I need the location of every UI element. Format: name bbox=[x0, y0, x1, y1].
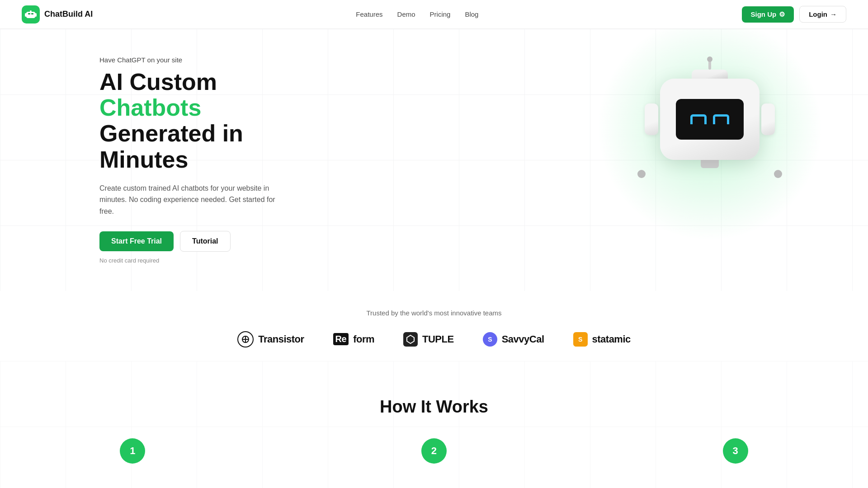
statamic-icon: S bbox=[573, 332, 588, 347]
robot-ear-right bbox=[761, 103, 775, 135]
robot bbox=[651, 70, 769, 187]
nav-blog[interactable]: Blog bbox=[465, 10, 478, 18]
savvycal-icon: S bbox=[483, 332, 497, 347]
robot-dot-left bbox=[637, 170, 646, 178]
tuple-logo: TUPLE bbox=[403, 332, 454, 347]
svg-marker-9 bbox=[407, 335, 414, 343]
robot-eye-right bbox=[713, 114, 729, 124]
hero-title-part2: Generated in Minutes bbox=[99, 120, 243, 172]
step-3: 3 bbox=[723, 438, 748, 464]
robot-illustration bbox=[624, 42, 796, 214]
robot-eye-left bbox=[690, 114, 707, 124]
svg-rect-5 bbox=[35, 13, 37, 17]
hero-description: Create custom trained AI chatbots for yo… bbox=[99, 183, 280, 217]
tutorial-button[interactable]: Tutorial bbox=[180, 231, 230, 252]
how-it-works-section: How It Works 1 2 3 bbox=[0, 361, 868, 488]
hero-content: Have ChatGPT on your site AI Custom Chat… bbox=[0, 29, 280, 291]
hero-section: Have ChatGPT on your site AI Custom Chat… bbox=[0, 29, 868, 291]
tuple-name: TUPLE bbox=[422, 333, 454, 345]
svg-rect-2 bbox=[31, 13, 33, 14]
svg-rect-1 bbox=[28, 13, 30, 14]
signup-button[interactable]: Sign Up ⚙ bbox=[742, 6, 794, 23]
nav-demo[interactable]: Demo bbox=[397, 10, 415, 18]
nav-logo[interactable]: ChatBuild AI bbox=[22, 5, 93, 23]
hero-title: AI Custom Chatbots Generated in Minutes bbox=[99, 69, 280, 173]
robot-screen bbox=[676, 99, 744, 140]
hero-buttons: Start Free Trial Tutorial bbox=[99, 231, 280, 252]
svg-rect-0 bbox=[26, 12, 35, 18]
transistor-name: Transistor bbox=[258, 333, 304, 345]
step-2: 2 bbox=[421, 438, 447, 464]
how-title: How It Works bbox=[0, 397, 868, 417]
navbar: ChatBuild AI Features Demo Pricing Blog … bbox=[0, 0, 868, 29]
robot-neck bbox=[701, 160, 719, 168]
nav-actions: Sign Up ⚙ Login → bbox=[742, 6, 847, 23]
statamic-logo: S statamic bbox=[573, 332, 631, 347]
transistor-icon bbox=[237, 331, 254, 347]
svg-rect-3 bbox=[30, 10, 32, 12]
robot-ear-left bbox=[645, 103, 658, 135]
tuple-icon bbox=[403, 332, 418, 347]
robot-head-top bbox=[692, 70, 728, 79]
start-trial-button[interactable]: Start Free Trial bbox=[99, 231, 174, 251]
robot-dot-right bbox=[774, 170, 782, 178]
step-1: 1 bbox=[120, 438, 145, 464]
hero-title-highlight: Chatbots bbox=[99, 94, 201, 121]
savvycal-logo: S SavvyCal bbox=[483, 332, 544, 347]
transistor-logo: Transistor bbox=[237, 331, 304, 347]
hero-eyebrow: Have ChatGPT on your site bbox=[99, 56, 280, 64]
nav-pricing[interactable]: Pricing bbox=[430, 10, 451, 18]
how-grid-background bbox=[0, 361, 868, 488]
login-button[interactable]: Login → bbox=[799, 6, 846, 23]
reform-name: form bbox=[353, 333, 374, 345]
trusted-section: Trusted by the world's most innovative t… bbox=[0, 291, 868, 361]
reform-logo: Reform bbox=[333, 333, 374, 345]
login-icon: → bbox=[830, 10, 837, 18]
nav-links: Features Demo Pricing Blog bbox=[356, 10, 478, 18]
robot-antenna bbox=[708, 60, 711, 70]
reform-icon: Re bbox=[333, 333, 349, 345]
savvycal-name: SavvyCal bbox=[502, 333, 544, 345]
signup-icon: ⚙ bbox=[779, 10, 785, 19]
logo-text: ChatBuild AI bbox=[44, 9, 93, 19]
hero-title-part1: AI Custom bbox=[99, 69, 217, 95]
statamic-name: statamic bbox=[592, 333, 631, 345]
how-steps: 1 2 3 bbox=[0, 438, 868, 464]
trusted-label: Trusted by the world's most innovative t… bbox=[0, 309, 868, 317]
trusted-logos: Transistor Reform TUPLE S SavvyCal S bbox=[0, 331, 868, 347]
robot-body bbox=[660, 79, 760, 160]
svg-rect-4 bbox=[25, 13, 27, 17]
nav-features[interactable]: Features bbox=[356, 10, 382, 18]
hero-note: No credit card required bbox=[99, 257, 280, 264]
logo-icon bbox=[22, 5, 40, 23]
